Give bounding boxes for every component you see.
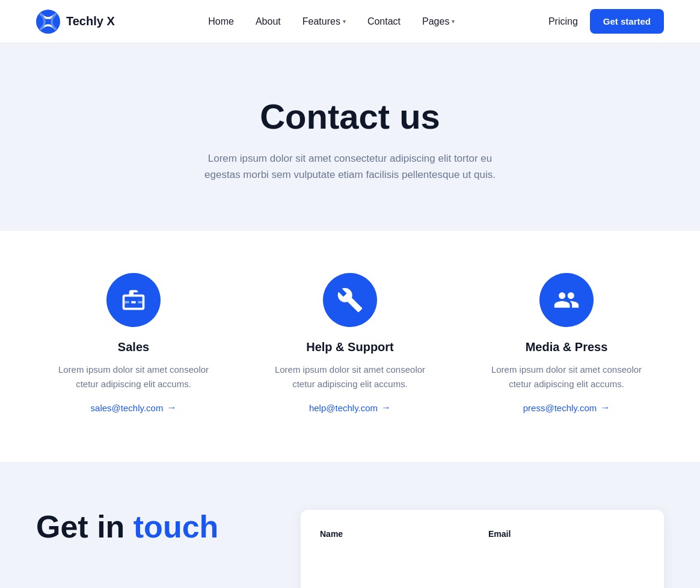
briefcase-icon (120, 287, 147, 313)
logo-icon (36, 10, 60, 34)
sales-card: Sales Lorem ipsum dolor sit amet conseol… (49, 273, 218, 414)
name-label: Name (320, 529, 476, 539)
hero-section: Contact us Lorem ipsum dolor sit amet co… (0, 43, 700, 231)
nav-contact[interactable]: Contact (367, 16, 401, 26)
contact-form: Name Email (301, 510, 664, 588)
navbar: Techly X Home About Features ▾ Contact P… (0, 0, 700, 43)
nav-features[interactable]: Features ▾ (302, 16, 346, 27)
support-icon-circle (323, 273, 377, 327)
email-label: Email (488, 529, 645, 539)
nav-pages[interactable]: Pages ▾ (422, 16, 455, 27)
support-email-link[interactable]: help@techly.com → (309, 402, 391, 413)
press-title: Media & Press (482, 340, 651, 354)
press-email-link[interactable]: press@techly.com → (523, 402, 610, 413)
nav-home[interactable]: Home (208, 16, 234, 26)
nav-right: Pricing Get started (548, 9, 664, 34)
svg-point-0 (36, 10, 60, 34)
nav-links: Home About Features ▾ Contact Pages ▾ (208, 16, 455, 27)
press-description: Lorem ipsum dolor sit amet conseolor cte… (482, 363, 651, 391)
sales-title: Sales (49, 340, 218, 354)
sales-email-link[interactable]: sales@techly.com → (91, 402, 177, 413)
cards-grid: Sales Lorem ipsum dolor sit amet conseol… (49, 273, 651, 414)
email-form-group: Email (488, 529, 645, 544)
press-arrow-icon: → (600, 402, 610, 413)
sales-email-text: sales@techly.com (91, 403, 164, 413)
pages-chevron-icon: ▾ (452, 18, 455, 25)
features-chevron-icon: ▾ (343, 18, 346, 25)
wrench-icon (337, 287, 363, 313)
logo-link[interactable]: Techly X (36, 10, 115, 34)
nav-pricing[interactable]: Pricing (548, 16, 578, 27)
cards-section: Sales Lorem ipsum dolor sit amet conseol… (0, 231, 700, 462)
support-card: Help & Support Lorem ipsum dolor sit ame… (266, 273, 434, 414)
hero-subtitle: Lorem ipsum dolor sit amet consectetur a… (191, 150, 509, 183)
bottom-left: Get in touch (36, 510, 265, 544)
name-form-group: Name (320, 529, 476, 544)
logo-text: Techly X (66, 14, 115, 28)
get-in-touch-heading: Get in touch (36, 510, 265, 544)
sales-icon-circle (106, 273, 161, 327)
nav-about[interactable]: About (256, 16, 281, 26)
bottom-section: Get in touch Name Email (0, 462, 700, 588)
support-arrow-icon: → (381, 402, 391, 413)
support-description: Lorem ipsum dolor sit amet conseolor cte… (266, 363, 434, 391)
press-icon-circle (539, 273, 594, 327)
press-email-text: press@techly.com (523, 403, 597, 413)
sales-arrow-icon: → (167, 402, 176, 413)
press-card: Media & Press Lorem ipsum dolor sit amet… (482, 273, 651, 414)
people-icon (553, 287, 580, 313)
form-row: Name Email (320, 529, 645, 544)
support-email-text: help@techly.com (309, 403, 378, 413)
page-title: Contact us (36, 97, 664, 136)
sales-description: Lorem ipsum dolor sit amet conseolor cte… (49, 363, 218, 391)
get-started-button[interactable]: Get started (590, 9, 664, 34)
support-title: Help & Support (266, 340, 434, 354)
